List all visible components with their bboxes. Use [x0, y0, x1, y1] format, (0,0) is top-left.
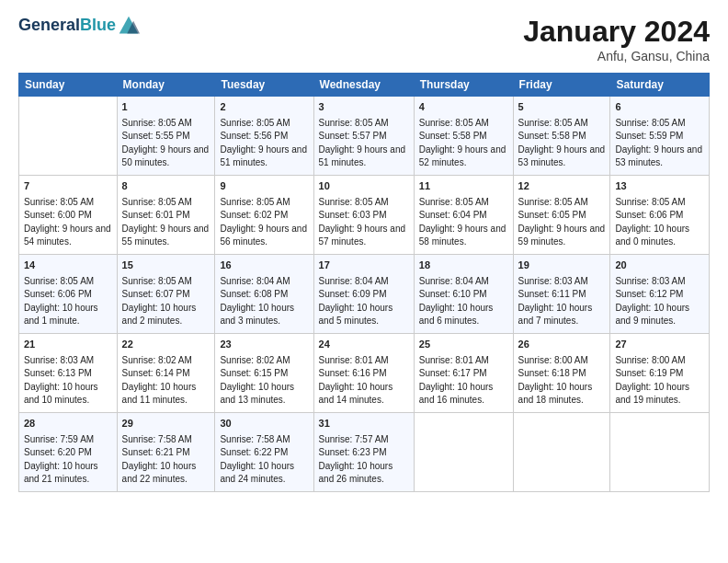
- sunset: Sunset: 6:23 PM: [319, 447, 387, 457]
- calendar-cell: 12Sunrise: 8:05 AMSunset: 6:05 PMDayligh…: [513, 176, 610, 255]
- day-number: 14: [24, 259, 112, 273]
- sunrise: Sunrise: 8:02 AM: [122, 355, 192, 365]
- daylight: Daylight: 10 hours and 1 minute.: [24, 303, 98, 327]
- daylight: Daylight: 9 hours and 56 minutes.: [220, 224, 307, 247]
- calendar-cell: 19Sunrise: 8:03 AMSunset: 6:11 PMDayligh…: [513, 255, 610, 334]
- sunrise: Sunrise: 8:00 AM: [615, 355, 685, 365]
- sunrise: Sunrise: 8:03 AM: [615, 276, 685, 286]
- daylight: Daylight: 9 hours and 55 minutes.: [122, 224, 210, 247]
- daylight: Daylight: 10 hours and 16 minutes.: [419, 382, 494, 406]
- sunset: Sunset: 5:57 PM: [319, 131, 387, 141]
- sunset: Sunset: 6:01 PM: [122, 210, 190, 220]
- daylight: Daylight: 9 hours and 53 minutes.: [615, 144, 702, 168]
- sunrise: Sunrise: 7:58 AM: [122, 434, 192, 444]
- daylight: Daylight: 10 hours and 18 minutes.: [518, 382, 593, 406]
- daylight: Daylight: 10 hours and 14 minutes.: [319, 382, 393, 406]
- sunset: Sunset: 6:00 PM: [24, 210, 92, 220]
- sunset: Sunset: 6:03 PM: [319, 210, 387, 220]
- daylight: Daylight: 10 hours and 22 minutes.: [122, 461, 197, 485]
- day-number: 17: [319, 259, 409, 273]
- daylight: Daylight: 9 hours and 57 minutes.: [319, 224, 406, 247]
- sunrise: Sunrise: 8:05 AM: [615, 197, 685, 207]
- day-number: 7: [24, 179, 112, 194]
- col-thursday: Thursday: [414, 74, 513, 97]
- daylight: Daylight: 10 hours and 11 minutes.: [122, 382, 197, 406]
- daylight: Daylight: 10 hours and 6 minutes.: [419, 303, 494, 327]
- calendar-cell: 18Sunrise: 8:04 AMSunset: 6:10 PMDayligh…: [414, 255, 513, 334]
- sunrise: Sunrise: 8:05 AM: [122, 276, 192, 286]
- sunrise: Sunrise: 8:01 AM: [419, 355, 489, 365]
- calendar-cell: 13Sunrise: 8:05 AMSunset: 6:06 PMDayligh…: [610, 176, 710, 255]
- day-number: 11: [419, 179, 508, 194]
- sunrise: Sunrise: 8:05 AM: [220, 197, 290, 207]
- calendar-cell: 28Sunrise: 7:59 AMSunset: 6:20 PMDayligh…: [19, 413, 118, 492]
- daylight: Daylight: 10 hours and 21 minutes.: [24, 461, 98, 485]
- sunset: Sunset: 6:20 PM: [24, 447, 92, 457]
- calendar-cell: 31Sunrise: 7:57 AMSunset: 6:23 PMDayligh…: [313, 413, 414, 492]
- calendar-cell: 10Sunrise: 8:05 AMSunset: 6:03 PMDayligh…: [313, 176, 414, 255]
- location: Anfu, Gansu, China: [523, 49, 710, 63]
- sunrise: Sunrise: 8:03 AM: [518, 276, 588, 286]
- day-number: 25: [419, 338, 508, 352]
- day-number: 10: [319, 179, 409, 194]
- sunrise: Sunrise: 7:58 AM: [220, 434, 290, 444]
- sunset: Sunset: 6:05 PM: [518, 210, 586, 220]
- sunset: Sunset: 6:14 PM: [122, 368, 190, 378]
- col-friday: Friday: [513, 74, 610, 97]
- calendar-week-2: 7Sunrise: 8:05 AMSunset: 6:00 PMDaylight…: [19, 176, 710, 255]
- sunrise: Sunrise: 8:05 AM: [419, 197, 489, 207]
- daylight: Daylight: 10 hours and 13 minutes.: [220, 382, 294, 406]
- header: GeneralBlue January 2024 Anfu, Gansu, Ch…: [18, 15, 710, 63]
- daylight: Daylight: 10 hours and 26 minutes.: [319, 461, 393, 485]
- calendar-cell: [610, 413, 710, 492]
- sunrise: Sunrise: 8:05 AM: [419, 118, 489, 128]
- day-number: 31: [319, 417, 409, 431]
- sunset: Sunset: 5:58 PM: [518, 131, 586, 141]
- calendar-cell: [19, 97, 118, 176]
- daylight: Daylight: 10 hours and 2 minutes.: [122, 303, 197, 327]
- daylight: Daylight: 10 hours and 5 minutes.: [319, 303, 393, 327]
- title-block: January 2024 Anfu, Gansu, China: [523, 15, 710, 63]
- daylight: Daylight: 10 hours and 3 minutes.: [220, 303, 294, 327]
- day-number: 15: [122, 259, 210, 273]
- sunrise: Sunrise: 8:05 AM: [122, 197, 192, 207]
- sunset: Sunset: 6:18 PM: [518, 368, 586, 378]
- daylight: Daylight: 9 hours and 58 minutes.: [419, 224, 506, 247]
- calendar-cell: 11Sunrise: 8:05 AMSunset: 6:04 PMDayligh…: [414, 176, 513, 255]
- calendar-cell: 2Sunrise: 8:05 AMSunset: 5:56 PMDaylight…: [215, 97, 313, 176]
- daylight: Daylight: 10 hours and 19 minutes.: [615, 382, 689, 406]
- daylight: Daylight: 9 hours and 52 minutes.: [419, 144, 506, 168]
- sunset: Sunset: 6:16 PM: [319, 368, 387, 378]
- calendar-cell: 26Sunrise: 8:00 AMSunset: 6:18 PMDayligh…: [513, 334, 610, 413]
- sunrise: Sunrise: 8:05 AM: [24, 276, 94, 286]
- sunset: Sunset: 6:19 PM: [615, 368, 683, 378]
- sunset: Sunset: 5:55 PM: [122, 131, 190, 141]
- daylight: Daylight: 10 hours and 0 minutes.: [615, 224, 689, 247]
- day-number: 12: [518, 179, 606, 194]
- sunset: Sunset: 6:08 PM: [220, 289, 288, 299]
- sunset: Sunset: 5:59 PM: [615, 131, 683, 141]
- sunrise: Sunrise: 8:02 AM: [220, 355, 290, 365]
- calendar-week-1: 1Sunrise: 8:05 AMSunset: 5:55 PMDaylight…: [19, 97, 710, 176]
- calendar-cell: 15Sunrise: 8:05 AMSunset: 6:07 PMDayligh…: [117, 255, 215, 334]
- calendar-cell: 25Sunrise: 8:01 AMSunset: 6:17 PMDayligh…: [414, 334, 513, 413]
- calendar-cell: 24Sunrise: 8:01 AMSunset: 6:16 PMDayligh…: [313, 334, 414, 413]
- day-number: 20: [615, 259, 704, 273]
- calendar-week-3: 14Sunrise: 8:05 AMSunset: 6:06 PMDayligh…: [19, 255, 710, 334]
- day-number: 21: [24, 338, 112, 352]
- sunrise: Sunrise: 7:59 AM: [24, 434, 94, 444]
- day-number: 26: [518, 338, 606, 352]
- day-number: 29: [122, 417, 210, 431]
- column-headers: Sunday Monday Tuesday Wednesday Thursday…: [19, 74, 710, 97]
- logo: GeneralBlue: [18, 15, 140, 37]
- day-number: 19: [518, 259, 606, 273]
- calendar-cell: 20Sunrise: 8:03 AMSunset: 6:12 PMDayligh…: [610, 255, 710, 334]
- calendar-cell: 16Sunrise: 8:04 AMSunset: 6:08 PMDayligh…: [215, 255, 313, 334]
- day-number: 6: [615, 100, 704, 115]
- daylight: Daylight: 10 hours and 7 minutes.: [518, 303, 593, 327]
- day-number: 1: [122, 100, 210, 115]
- calendar-cell: 14Sunrise: 8:05 AMSunset: 6:06 PMDayligh…: [19, 255, 118, 334]
- day-number: 28: [24, 417, 112, 431]
- page: GeneralBlue January 2024 Anfu, Gansu, Ch…: [0, 0, 728, 501]
- calendar-cell: 7Sunrise: 8:05 AMSunset: 6:00 PMDaylight…: [19, 176, 118, 255]
